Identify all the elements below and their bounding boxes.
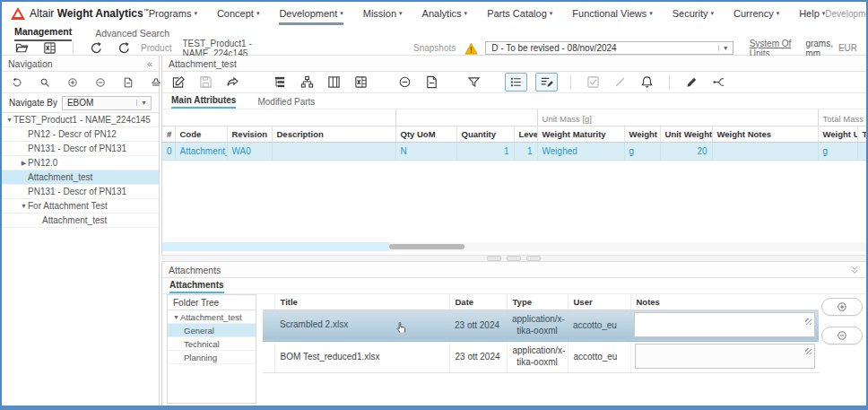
share-button[interactable]	[223, 74, 242, 91]
attachment-row-selected[interactable]: Scrambled 2.xlsx 23 ott 2024 application…	[263, 310, 819, 341]
col-type[interactable]: Type	[507, 294, 568, 310]
menu-mission[interactable]: Mission▾	[363, 2, 403, 25]
panel-splitter[interactable]	[161, 255, 866, 262]
col-code[interactable]: Code	[175, 126, 227, 142]
menu-functional-views[interactable]: Functional Views▾	[572, 2, 652, 25]
group-unit-mass: Unit Mass [g]	[537, 109, 818, 126]
menu-concept[interactable]: Concept▾	[217, 2, 260, 25]
menu-development[interactable]: Development▾	[279, 2, 343, 25]
annotate-button[interactable]	[682, 74, 701, 91]
caret-expanded-icon[interactable]: ▼	[172, 314, 180, 320]
notes-input[interactable]	[634, 312, 815, 337]
caret-expanded-icon[interactable]: ▼	[20, 203, 28, 209]
menu-security[interactable]: Security▾	[673, 2, 714, 25]
splitter-drag-handle[interactable]	[507, 256, 521, 261]
warning-icon	[464, 42, 478, 54]
attachment-row[interactable]: BOM Test_reduced1.xlsx 23 ott 2024 appli…	[263, 341, 819, 372]
col-description[interactable]: Description	[272, 126, 395, 142]
export-excel-button[interactable]	[40, 39, 59, 57]
col-unit-weight[interactable]: Unit Weight	[660, 126, 712, 142]
col-weight-uom[interactable]: Weight UoM	[624, 126, 660, 142]
caret-collapsed-icon[interactable]: ▶	[20, 160, 28, 167]
tab-attachments[interactable]: Attachments	[169, 280, 224, 293]
folder-planning[interactable]: Planning	[168, 351, 256, 364]
tree-item[interactable]: PN131 - Descr of PN131	[2, 185, 159, 199]
workflow-button[interactable]	[709, 74, 728, 91]
menu-currency[interactable]: Currency▾	[733, 2, 779, 25]
list-view-toggle[interactable]	[505, 73, 527, 92]
caret-down-icon: ▾	[399, 10, 403, 17]
folder-root[interactable]: ▼Attachment_test	[168, 310, 256, 324]
menu-programs[interactable]: Programs▾	[149, 2, 197, 25]
validate-button[interactable]	[584, 74, 603, 91]
col-date[interactable]: Date	[449, 294, 507, 310]
quick-edit-button[interactable]	[611, 74, 629, 91]
search-button[interactable]	[37, 75, 53, 90]
folder-technical[interactable]: Technical	[168, 337, 256, 351]
open-folder-button[interactable]	[13, 39, 31, 57]
list-edit-view-toggle[interactable]	[535, 73, 558, 92]
menu-parts-catalog[interactable]: Parts Catalog▾	[487, 2, 552, 25]
col-total-weight-uom[interactable]: Weight UoM	[818, 126, 857, 142]
caret-expanded-icon[interactable]: ▼	[5, 117, 13, 123]
code-link[interactable]: Attachment_test	[175, 142, 227, 160]
bom-structure-button[interactable]	[271, 74, 290, 91]
notifications-button[interactable]	[638, 74, 656, 91]
col-num[interactable]: #	[162, 126, 175, 142]
col-level[interactable]: Level	[514, 126, 537, 142]
refresh-mass-button[interactable]	[87, 39, 106, 57]
col-notes[interactable]: Notes	[630, 294, 819, 310]
folder-general[interactable]: General	[168, 324, 256, 337]
folder-tree-title: Folder Tree	[168, 295, 256, 310]
edit-button[interactable]	[169, 74, 188, 91]
tree-item[interactable]: ▶PN12.0	[2, 156, 159, 170]
col-revision[interactable]: Revision	[227, 126, 272, 142]
ebom-row-0[interactable]: 0 Attachment_test WA0 N 1 1 Weighed g 20…	[162, 142, 867, 160]
menu-analytics[interactable]: Analytics▾	[422, 2, 468, 25]
report-button[interactable]	[120, 75, 136, 90]
col-qty-uom[interactable]: Qty UoM	[395, 126, 456, 142]
filter-button[interactable]	[464, 74, 483, 91]
col-weight-maturity[interactable]: Weight Maturity	[537, 126, 624, 142]
expand-node-button[interactable]	[65, 75, 81, 90]
notes-input[interactable]	[635, 344, 816, 369]
columns-button[interactable]	[325, 74, 343, 91]
ebom-toolbar	[162, 72, 866, 93]
tree-item[interactable]: PN12 - Descr of PN12	[2, 127, 159, 142]
col-quantity[interactable]: Quantity	[456, 126, 514, 142]
col-weight-notes[interactable]: Weight Notes	[712, 126, 818, 142]
tree-item-root[interactable]: ▼TEST_Product1 - NAME_224c145	[2, 113, 159, 127]
snapshots-select[interactable]: D - To be revised - 08/nov/2024 ▼	[485, 41, 733, 55]
col-user[interactable]: User	[568, 294, 630, 310]
hierarchy-view-button[interactable]	[298, 74, 317, 91]
refresh-currency-button[interactable]	[115, 39, 134, 57]
col-title[interactable]: Title	[274, 294, 449, 310]
resize-grip[interactable]	[805, 348, 812, 354]
horizontal-scrollbar[interactable]	[162, 242, 867, 251]
tree-item[interactable]: Attachment_test	[2, 214, 159, 228]
remove-button[interactable]	[395, 74, 414, 91]
tab-modified-parts[interactable]: Modified Parts	[257, 97, 315, 109]
caret-down-icon: ▾	[340, 10, 343, 17]
tab-main-attributes[interactable]: Main Attributes	[171, 95, 236, 109]
scrollbar-highlight	[162, 242, 389, 251]
tree-item-selected[interactable]: Attachment_test	[2, 170, 159, 185]
report-button[interactable]	[422, 74, 441, 91]
refresh-button[interactable]	[9, 75, 25, 90]
navigate-by-select[interactable]: EBOM ▼	[62, 96, 152, 110]
export-excel-button[interactable]	[352, 74, 370, 91]
scrollbar-thumb[interactable]	[389, 244, 464, 249]
collapse-attachments-icon[interactable]	[849, 264, 860, 275]
collapse-node-button[interactable]	[92, 75, 108, 90]
col-total-weight[interactable]: Total Weight	[857, 126, 867, 142]
add-attachment-button[interactable]	[821, 298, 863, 316]
save-button[interactable]	[196, 74, 215, 91]
resize-grip[interactable]	[805, 318, 812, 325]
splitter-collapse-down-button[interactable]	[526, 256, 541, 261]
menu-help[interactable]: Help▾	[799, 2, 825, 25]
remove-attachment-button[interactable]	[821, 327, 863, 345]
tree-item[interactable]: PN131 - Descr of PN131	[2, 142, 159, 156]
collapse-panel-icon[interactable]: «	[147, 58, 152, 69]
tree-item[interactable]: ▼For Attachment Test	[2, 199, 159, 214]
splitter-collapse-up-button[interactable]	[487, 256, 501, 261]
